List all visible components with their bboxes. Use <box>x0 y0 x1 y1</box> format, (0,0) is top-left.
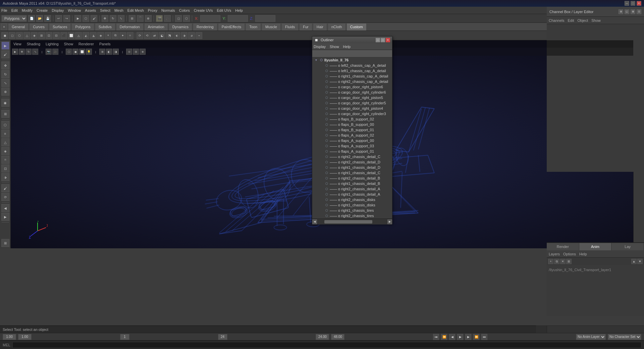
cb-icon-4[interactable]: ⊡ <box>637 9 641 14</box>
outliner-item[interactable]: ▸⬡—— o cargo_door_right_piston5 <box>312 95 392 100</box>
shelf-icon-3[interactable]: ⬡ <box>16 32 23 39</box>
outliner-content[interactable]: ▾ ⬡ Ilyushin_Il_76 ▸⬡—— o left2_chassis_… <box>312 57 392 218</box>
shelf-tab-curves[interactable]: Curves <box>29 23 48 31</box>
outliner-item[interactable]: ▸⬡—— o right2_chassis_tires <box>312 213 392 218</box>
shelf-icon-7[interactable]: ⊡ <box>46 32 52 39</box>
fill-hole-tool[interactable]: ◈ <box>1 147 9 155</box>
outliner-item[interactable]: ▸⬡—— o flaps_B_support_01 <box>312 127 392 133</box>
prev-key-btn[interactable]: ⏪ <box>441 334 447 340</box>
shelf-icon-8[interactable]: ⊟ <box>53 32 60 39</box>
split-poly-tool[interactable]: ⌗ <box>1 156 9 164</box>
shelf-tab-hair[interactable]: Hair <box>313 23 327 31</box>
outliner-item[interactable]: ▸⬡—— o right1_chassis_detail_D <box>312 165 392 170</box>
shelf-icon-27[interactable]: ⌁ <box>196 32 202 39</box>
outliner-item[interactable]: ▸⬡—— o left1_chassis_cap_A_detail <box>312 68 392 73</box>
shelf-tab-dynamics[interactable]: Dynamics <box>169 23 192 31</box>
outliner-item[interactable]: ▸⬡—— o left2_chassis_cap_A_detail <box>312 63 392 68</box>
shelf-icon-14[interactable]: ◈ <box>97 32 104 39</box>
z-value[interactable] <box>255 15 275 22</box>
menu-item-edit[interactable]: Edit <box>11 8 18 12</box>
step-fwd-btn[interactable]: ▶ <box>465 334 471 340</box>
shelf-icon-26[interactable]: ⌀ <box>188 32 195 39</box>
shelf-icon-2[interactable]: ◻ <box>9 32 15 39</box>
outliner-item[interactable]: ▸⬡—— o right1_chassis_detail_B <box>312 181 392 186</box>
select-icon[interactable]: ▶ <box>74 15 81 22</box>
menu-item-select[interactable]: Select <box>100 8 110 12</box>
undo-icon[interactable]: ↩ <box>55 15 62 22</box>
outliner-search[interactable] <box>312 50 392 57</box>
outliner-hscroll-thumb[interactable] <box>324 220 372 223</box>
title-bar-buttons[interactable]: ─ □ ✕ <box>625 1 641 6</box>
cb-edit-menu[interactable]: Edit <box>568 18 574 22</box>
shelf-icon-23[interactable]: ⬔ <box>166 32 173 39</box>
slide-edge-tool[interactable]: ▶ <box>1 213 9 221</box>
menu-item-proxy[interactable]: Proxy <box>148 8 157 12</box>
outliner-item[interactable]: ▸⬡—— o flaps_B_support_02 <box>312 116 392 122</box>
extrude-tool[interactable]: ⬡ <box>1 121 9 129</box>
paint-select-tool[interactable]: 🖌 <box>1 50 9 58</box>
shelf-icon-9[interactable]: ⬛ <box>60 32 67 39</box>
y-value[interactable] <box>228 15 248 22</box>
shelf-tab-ncloth[interactable]: nCloth <box>328 23 346 31</box>
close-button[interactable]: ✕ <box>637 1 641 6</box>
cb-channels-menu[interactable]: Channels <box>549 18 564 22</box>
frame-input-small[interactable] <box>120 334 129 340</box>
vp-isolate-icon[interactable]: ⊙ <box>126 49 132 55</box>
x-value[interactable] <box>200 15 220 22</box>
display-smooth-icon[interactable]: ◻ <box>175 15 182 22</box>
cb-icon-3[interactable]: ⊠ <box>631 9 635 14</box>
outliner-item[interactable]: ▸⬡—— o cargo_door_right_cylinder6 <box>312 90 392 95</box>
paint-icon[interactable]: 🖌 <box>91 15 97 22</box>
menu-item-modify[interactable]: Modify <box>22 8 33 12</box>
snap-grid-icon[interactable]: ⊞ <box>129 15 136 22</box>
vp-snap-icon[interactable]: ⊕ <box>140 49 146 55</box>
outliner-horizontal-scrollbar[interactable]: ◀ ▶ <box>312 218 392 225</box>
shelf-tab-muscle[interactable]: Muscle <box>262 23 281 31</box>
play-btn[interactable]: ▶ <box>457 334 463 340</box>
menu-item-colors[interactable]: Colors <box>179 8 190 12</box>
vp-select-icon[interactable]: ▶ <box>12 49 18 55</box>
last-tool[interactable]: ⊕ <box>1 88 9 96</box>
outliner-item[interactable]: ▸⬡—— o cargo_door_right_cylinder3 <box>312 111 392 116</box>
jump-start-btn[interactable]: ⏮ <box>433 334 439 340</box>
step-back-btn[interactable]: ◀ <box>449 334 455 340</box>
shelf-icon-15[interactable]: ⌖ <box>105 32 111 39</box>
new-scene-icon[interactable]: 📄 <box>28 15 35 22</box>
menu-item-assets[interactable]: Assets <box>85 8 96 12</box>
menu-item-file[interactable]: File <box>1 8 7 12</box>
layer-up-icon[interactable]: ▲ <box>631 259 637 264</box>
mel-input[interactable] <box>12 342 641 348</box>
panels-menu[interactable]: Panels <box>99 42 111 46</box>
shelf-icon-12[interactable]: ◭ <box>83 32 89 39</box>
layer-copy-icon[interactable]: ⧉ <box>554 259 559 264</box>
shading-menu[interactable]: Shading <box>27 42 40 46</box>
outliner-show-menu[interactable]: Show <box>330 45 339 49</box>
shelf-icon-25[interactable]: ⬗ <box>181 32 187 39</box>
vp-move-icon[interactable]: ✥ <box>19 49 25 55</box>
layer-delete-icon[interactable]: ✕ <box>560 259 566 264</box>
lighting-menu[interactable]: Lighting <box>46 42 59 46</box>
maximize-button[interactable]: □ <box>631 1 635 6</box>
outliner-item[interactable]: ▸⬡—— o flaps_A_support_00 <box>312 138 392 143</box>
vp-hud-icon[interactable]: ⊟ <box>133 49 139 55</box>
shelf-tab-fluids[interactable]: Fluids <box>281 23 299 31</box>
vp-light-icon[interactable]: 💡 <box>86 49 92 55</box>
show-manip-tool[interactable]: ⊞ <box>1 110 9 118</box>
outliner-maximize-button[interactable]: □ <box>381 38 385 42</box>
outliner-item[interactable]: ▸⬡—— o cargo_door_right_cylinder5 <box>312 100 392 106</box>
shelf-icon-21[interactable]: ⇌ <box>151 32 158 39</box>
rotate-tool[interactable]: ↻ <box>1 70 9 78</box>
shelf-icon-13[interactable]: ◮ <box>90 32 97 39</box>
shelf-icon-24[interactable]: ⬖ <box>173 32 180 39</box>
shelf-icon-5[interactable]: ◈ <box>31 32 38 39</box>
view-menu[interactable]: View <box>13 42 21 46</box>
cb-icon-2[interactable]: ◱ <box>625 9 629 14</box>
outliner-item[interactable]: ▸⬡—— o flaps_A_support_02 <box>312 133 392 138</box>
outliner-item[interactable]: ▸⬡—— o flaps_A_support_01 <box>312 149 392 154</box>
menu-item-normals[interactable]: Normals <box>161 8 175 12</box>
shelf-icon-17[interactable]: ✦ <box>119 32 126 39</box>
shelf-tab-general[interactable]: General <box>8 23 29 31</box>
shelf-tab-subdivs[interactable]: Subdivs <box>95 23 115 31</box>
vp-ao-icon[interactable]: ◨ <box>113 49 119 55</box>
mode-selector[interactable]: Polygons <box>1 15 27 22</box>
